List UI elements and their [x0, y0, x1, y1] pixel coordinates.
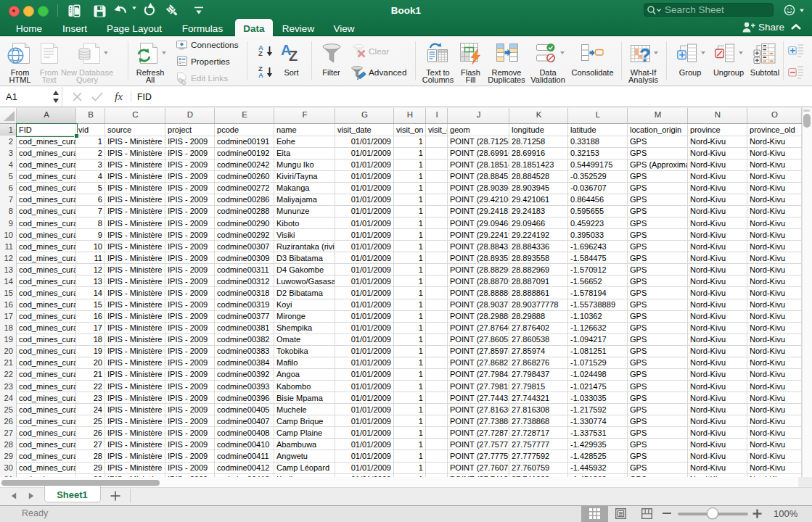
svg-text:?: ? — [639, 45, 651, 64]
